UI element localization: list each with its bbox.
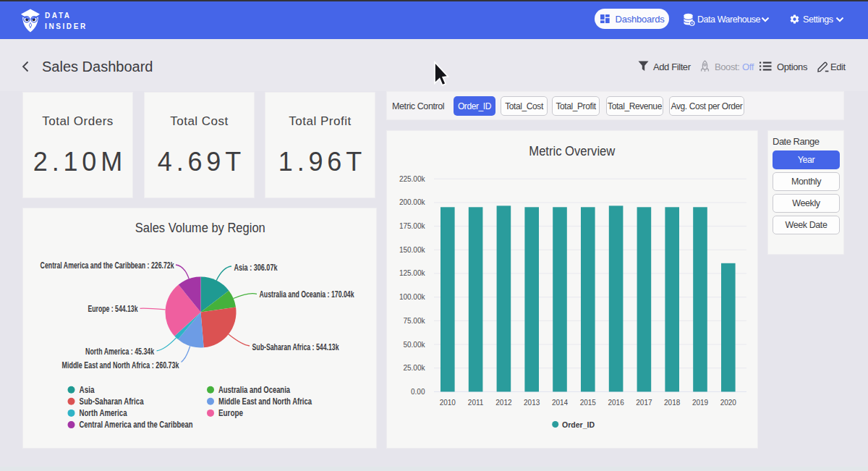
svg-text:100.00k: 100.00k (399, 293, 426, 301)
svg-text:2016: 2016 (608, 399, 624, 407)
svg-text:2019: 2019 (692, 399, 709, 407)
svg-text:Asia: Asia (80, 385, 95, 395)
svg-text:Central America and the Caribb: Central America and the Caribbean (80, 420, 193, 430)
svg-text:Order_ID: Order_ID (562, 420, 595, 429)
svg-text:Europe: Europe (218, 408, 243, 418)
svg-text:2014: 2014 (552, 399, 569, 407)
svg-text:150.00k: 150.00k (399, 246, 426, 254)
svg-text:Sub-Saharan Africa: Sub-Saharan Africa (80, 396, 145, 407)
svg-text:25.00k: 25.00k (403, 364, 425, 372)
svg-text:75.00k: 75.00k (403, 317, 425, 325)
svg-text:2015: 2015 (580, 399, 597, 407)
svg-text:2020: 2020 (720, 399, 737, 407)
svg-text:Sales Volume by Region: Sales Volume by Region (135, 221, 265, 235)
svg-text:0.00: 0.00 (411, 388, 425, 396)
svg-text:2010: 2010 (440, 399, 456, 407)
svg-text:North America : 45.34k: North America : 45.34k (85, 347, 154, 357)
svg-text:2011: 2011 (468, 399, 484, 407)
svg-text:Metric Overview: Metric Overview (529, 144, 616, 158)
svg-text:Central America and the Caribb: Central America and the Caribbean : 226.… (41, 260, 174, 271)
svg-text:175.00k: 175.00k (399, 222, 426, 230)
svg-text:225.00k: 225.00k (399, 175, 426, 183)
svg-text:Europe : 544.13k: Europe : 544.13k (88, 304, 138, 314)
svg-text:2017: 2017 (636, 399, 652, 407)
svg-text:2013: 2013 (524, 399, 540, 407)
svg-text:Australia and Oceania : 170.04: Australia and Oceania : 170.04k (260, 289, 354, 300)
svg-text:Asia : 306.07k: Asia : 306.07k (234, 263, 278, 273)
svg-text:Sub-Saharan Africa : 544.13k: Sub-Saharan Africa : 544.13k (252, 342, 339, 352)
svg-text:North America: North America (80, 408, 128, 418)
svg-text:200.00k: 200.00k (399, 198, 426, 206)
svg-text:Middle East and North Africa :: Middle East and North Africa : 260.73k (62, 360, 179, 370)
svg-text:2018: 2018 (664, 399, 681, 407)
svg-text:Australia and Oceania: Australia and Oceania (218, 385, 291, 395)
svg-text:2012: 2012 (495, 399, 512, 407)
svg-text:Middle East and North Africa: Middle East and North Africa (218, 396, 312, 407)
svg-text:50.00k: 50.00k (403, 341, 425, 349)
svg-text:125.00k: 125.00k (399, 269, 426, 277)
